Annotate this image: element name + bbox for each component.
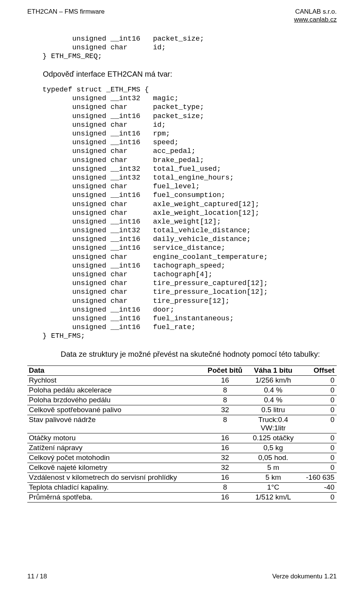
cell-offset: 0: [300, 375, 337, 385]
table-intro-text: Data ze struktury je možné převést na sk…: [61, 350, 337, 359]
cell-bits: 32: [203, 405, 248, 415]
table-row: Poloha pedálu akcelerace80.4 %0: [27, 385, 337, 395]
document-page: ETH2CAN – FMS firmware CANLAB s.r.o. www…: [0, 0, 364, 597]
footer-doc-version: Verze dokumentu 1.21: [272, 573, 337, 580]
cell-data: Poloha pedálu akcelerace: [27, 385, 203, 395]
col-data: Data: [27, 365, 203, 375]
cell-weight: 1/512 km/L: [248, 492, 299, 502]
cell-offset: 0: [300, 443, 337, 453]
cell-bits: 32: [203, 463, 248, 473]
cell-weight: 0,05 hod.: [248, 453, 299, 463]
cell-data: Poloha brzdového pedálu: [27, 395, 203, 405]
cell-bits: 16: [203, 375, 248, 385]
table-row: Zatížení nápravy160,5 kg0: [27, 443, 337, 453]
page-header: ETH2CAN – FMS firmware CANLAB s.r.o. www…: [27, 8, 337, 24]
cell-weight: 0,5 kg: [248, 443, 299, 453]
cell-offset: -160 635: [300, 473, 337, 482]
col-bits: Počet bitů: [203, 365, 248, 375]
cell-bits: 32: [203, 453, 248, 463]
cell-weight: 0.5 litru: [248, 405, 299, 415]
content-area: unsigned __int16 packet_size; unsigned c…: [27, 35, 337, 502]
code-block-request: unsigned __int16 packet_size; unsigned c…: [42, 35, 337, 61]
cell-bits: 8: [203, 482, 248, 492]
cell-offset: 0: [300, 492, 337, 502]
cell-offset: 0: [300, 385, 337, 395]
header-left: ETH2CAN – FMS firmware: [27, 8, 105, 24]
cell-offset: -40: [300, 482, 337, 492]
cell-data: Celkově najeté kilometry: [27, 463, 203, 473]
header-right: CANLAB s.r.o. www.canlab.cz: [294, 8, 337, 24]
cell-data: Stav palivové nádrže: [27, 415, 203, 433]
cell-weight: 0.4 %: [248, 395, 299, 405]
cell-offset: 0: [300, 405, 337, 415]
header-right-line1: CANLAB s.r.o.: [294, 8, 337, 16]
table-row: Poloha brzdového pedálu80.4 %0: [27, 395, 337, 405]
cell-weight: 0.4 %: [248, 385, 299, 395]
cell-bits: 16: [203, 492, 248, 502]
cell-offset: 0: [300, 395, 337, 405]
cell-data: Celkový počet motohodin: [27, 453, 203, 463]
cell-weight: 0.125 otáčky: [248, 433, 299, 443]
cell-weight: Truck:0.4 VW:1litr: [248, 415, 299, 433]
cell-bits: 8: [203, 395, 248, 405]
cell-offset: 0: [300, 433, 337, 443]
response-intro-text: Odpověď interface ETH2CAN má tvar:: [42, 70, 337, 79]
table-row: Celkový počet motohodin320,05 hod.0: [27, 453, 337, 463]
cell-weight: 1°C: [248, 482, 299, 492]
table-row: Rychlost161/256 km/h0: [27, 375, 337, 385]
cell-data: Zatížení nápravy: [27, 443, 203, 453]
cell-offset: 0: [300, 463, 337, 473]
cell-offset: 0: [300, 415, 337, 433]
cell-data: Průměrná spotřeba.: [27, 492, 203, 502]
col-offset: Offset: [300, 365, 337, 375]
table-header-row: Data Počet bitů Váha 1 bitu Offset: [27, 365, 337, 375]
cell-weight: 1/256 km/h: [248, 375, 299, 385]
footer-page-number: 11 / 18: [27, 573, 47, 580]
table-row: Otáčky motoru160.125 otáčky0: [27, 433, 337, 443]
table-row: Celkově najeté kilometry325 m0: [27, 463, 337, 473]
table-row: Průměrná spotřeba.161/512 km/L0: [27, 492, 337, 502]
header-right-line2: www.canlab.cz: [294, 16, 337, 24]
table-row: Celkově spotřebované palivo320.5 litru0: [27, 405, 337, 415]
cell-offset: 0: [300, 453, 337, 463]
cell-data: Vzdálenost v kilometrech do servisní pro…: [27, 473, 203, 482]
cell-weight: 5 m: [248, 463, 299, 473]
cell-bits: 16: [203, 443, 248, 453]
table-row: Teplota chladící kapaliny.81°C-40: [27, 482, 337, 492]
cell-data: Otáčky motoru: [27, 433, 203, 443]
cell-bits: 8: [203, 385, 248, 395]
code-block-response: typedef struct _ETH_FMS { unsigned __int…: [42, 85, 337, 340]
table-row: Vzdálenost v kilometrech do servisní pro…: [27, 473, 337, 482]
table-row: Stav palivové nádrže8Truck:0.4 VW:1litr0: [27, 415, 337, 433]
cell-bits: 16: [203, 433, 248, 443]
page-footer: 11 / 18 Verze dokumentu 1.21: [27, 573, 337, 580]
col-weight: Váha 1 bitu: [248, 365, 299, 375]
cell-bits: 8: [203, 415, 248, 433]
cell-data: Rychlost: [27, 375, 203, 385]
cell-weight: 5 km: [248, 473, 299, 482]
conversion-table: Data Počet bitů Váha 1 bitu Offset Rychl…: [27, 365, 337, 502]
cell-data: Teplota chladící kapaliny.: [27, 482, 203, 492]
cell-data: Celkově spotřebované palivo: [27, 405, 203, 415]
cell-bits: 16: [203, 473, 248, 482]
